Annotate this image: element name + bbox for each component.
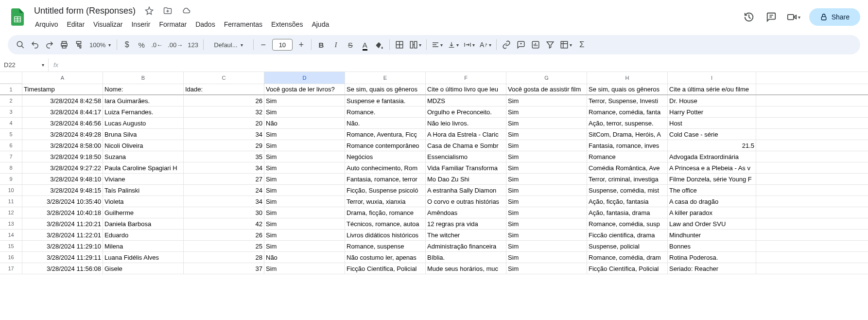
- cell[interactable]: Sim: [264, 95, 345, 106]
- menu-arquivo[interactable]: Arquivo: [31, 18, 62, 30]
- menu-extensões[interactable]: Extensões: [267, 18, 307, 30]
- cell[interactable]: Gisele: [103, 263, 184, 274]
- cell[interactable]: 26: [184, 95, 264, 106]
- cell[interactable]: Sim: [506, 140, 587, 151]
- cell[interactable]: Sim: [264, 162, 345, 173]
- cell[interactable]: Sim: [506, 252, 587, 263]
- cell[interactable]: Sim: [506, 174, 587, 184]
- cell[interactable]: Sim: [506, 185, 587, 196]
- cell[interactable]: Livros didáticos históricos: [345, 230, 426, 240]
- valign-icon[interactable]: ▾: [446, 38, 461, 52]
- cell[interactable]: Amêndoas: [426, 207, 506, 218]
- cell[interactable]: Sim: [506, 241, 587, 251]
- cell[interactable]: Administração financeira: [426, 241, 506, 251]
- row-header-11[interactable]: 11: [0, 196, 22, 207]
- cell[interactable]: 3/28/2024 11:29:10: [22, 241, 103, 251]
- row-header-5[interactable]: 5: [0, 129, 22, 140]
- row-header-15[interactable]: 15: [0, 241, 22, 251]
- cell[interactable]: 3/28/2024 11:56:08: [22, 263, 103, 274]
- cell[interactable]: 34: [184, 196, 264, 207]
- row-header-2[interactable]: 2: [0, 95, 22, 106]
- cell[interactable]: Harry Potter: [668, 107, 756, 117]
- cell[interactable]: Suspense e fantasia.: [345, 95, 426, 106]
- cell[interactable]: A estranha Sally Diamon: [426, 185, 506, 196]
- rotate-icon[interactable]: A↗▾: [478, 38, 493, 52]
- cell[interactable]: 28: [184, 252, 264, 263]
- cell[interactable]: 37: [184, 263, 264, 274]
- cell[interactable]: Sim: [264, 185, 345, 196]
- cell[interactable]: 3/28/2024 11:22:01: [22, 230, 103, 240]
- cell[interactable]: 3/28/2024 9:48:10: [22, 174, 103, 184]
- col-header-C[interactable]: C: [184, 72, 264, 84]
- cell[interactable]: Terror, Suspense, Investi: [587, 95, 668, 106]
- text-color-icon[interactable]: A: [358, 38, 372, 52]
- cell[interactable]: 3/28/2024 10:40:18: [22, 207, 103, 218]
- cell[interactable]: Vida Familiar Transforma: [426, 162, 506, 173]
- sheets-logo[interactable]: [8, 7, 27, 27]
- cell[interactable]: 3/28/2024 9:48:15: [22, 185, 103, 196]
- select-all-corner[interactable]: [0, 72, 22, 84]
- cell[interactable]: 3/28/2024 8:46:56: [22, 118, 103, 128]
- cell[interactable]: Não: [264, 118, 345, 128]
- cell[interactable]: Sim: [264, 241, 345, 251]
- filter-icon[interactable]: [543, 38, 557, 52]
- cell[interactable]: Timestamp: [22, 84, 103, 94]
- cell[interactable]: Sim: [506, 218, 587, 229]
- cell[interactable]: Cite o último livro que leu: [426, 84, 506, 94]
- cell[interactable]: Filme Donzela, série Young F: [668, 174, 756, 184]
- cell[interactable]: Sim: [506, 107, 587, 117]
- cell[interactable]: Cite a última série e/ou filme: [668, 84, 756, 94]
- cell[interactable]: MDZS: [426, 95, 506, 106]
- cell[interactable]: 30: [184, 207, 264, 218]
- cell[interactable]: Sim: [506, 162, 587, 173]
- search-icon[interactable]: [14, 38, 27, 52]
- move-icon[interactable]: [161, 4, 174, 18]
- cell[interactable]: 27: [184, 174, 264, 184]
- menu-visualizar[interactable]: Visualizar: [89, 18, 126, 30]
- cell[interactable]: Terror, criminal, investiga: [587, 174, 668, 184]
- menu-editar[interactable]: Editar: [63, 18, 88, 30]
- row-header-17[interactable]: 17: [0, 263, 22, 274]
- cell[interactable]: Bonnes: [668, 241, 756, 251]
- cell[interactable]: 3/28/2024 10:35:40: [22, 196, 103, 207]
- cell[interactable]: 3/28/2024 8:58:00: [22, 140, 103, 151]
- cell[interactable]: 42: [184, 218, 264, 229]
- menu-ferramentas[interactable]: Ferramentas: [220, 18, 266, 30]
- cell[interactable]: Comédia Romântica, Ave: [587, 162, 668, 173]
- name-box[interactable]: D22▾: [0, 58, 49, 71]
- cell[interactable]: 3/28/2024 11:20:21: [22, 218, 103, 229]
- menu-dados[interactable]: Dados: [191, 18, 219, 30]
- cell[interactable]: SitCom, Drama, Heróis, A: [587, 129, 668, 140]
- fill-color-icon[interactable]: [373, 38, 386, 52]
- cell[interactable]: A killer paradox: [668, 207, 756, 218]
- cell[interactable]: Sim: [264, 107, 345, 117]
- cell[interactable]: Não leio livros.: [426, 118, 506, 128]
- cell[interactable]: 32: [184, 107, 264, 117]
- functions-icon[interactable]: Σ: [575, 38, 589, 52]
- col-header-G[interactable]: G: [506, 72, 587, 84]
- cell[interactable]: Ação, terror, suspense.: [587, 118, 668, 128]
- cell[interactable]: 29: [184, 140, 264, 151]
- cell[interactable]: Nome:: [103, 84, 184, 94]
- cell[interactable]: Técnicos, romance, autoa: [345, 218, 426, 229]
- cell[interactable]: 3/28/2024 9:27:22: [22, 162, 103, 173]
- cell[interactable]: Sim: [506, 196, 587, 207]
- merge-cells-icon[interactable]: ▾: [407, 38, 423, 52]
- cell[interactable]: Luana Fidélis Alves: [103, 252, 184, 263]
- cell[interactable]: A Princesa e a Plebeia - As v: [668, 162, 756, 173]
- cell[interactable]: Sim: [506, 207, 587, 218]
- row-header-1[interactable]: 1: [0, 84, 22, 94]
- cell[interactable]: 26: [184, 230, 264, 240]
- font-select[interactable]: Defaul...▾: [207, 38, 250, 52]
- share-button[interactable]: Share: [809, 8, 860, 26]
- cell[interactable]: Romance, comédia, dram: [587, 252, 668, 263]
- percent-icon[interactable]: %: [135, 38, 148, 52]
- meet-icon[interactable]: ▾: [787, 10, 800, 24]
- cell[interactable]: 24: [184, 185, 264, 196]
- cell[interactable]: Fantasia, romance, terror: [345, 174, 426, 184]
- cell[interactable]: Sim: [264, 140, 345, 151]
- cell[interactable]: Romance contemporâneo: [345, 140, 426, 151]
- cell[interactable]: Drama, ficção, romance: [345, 207, 426, 218]
- print-icon[interactable]: [57, 38, 71, 52]
- row-header-16[interactable]: 16: [0, 252, 22, 263]
